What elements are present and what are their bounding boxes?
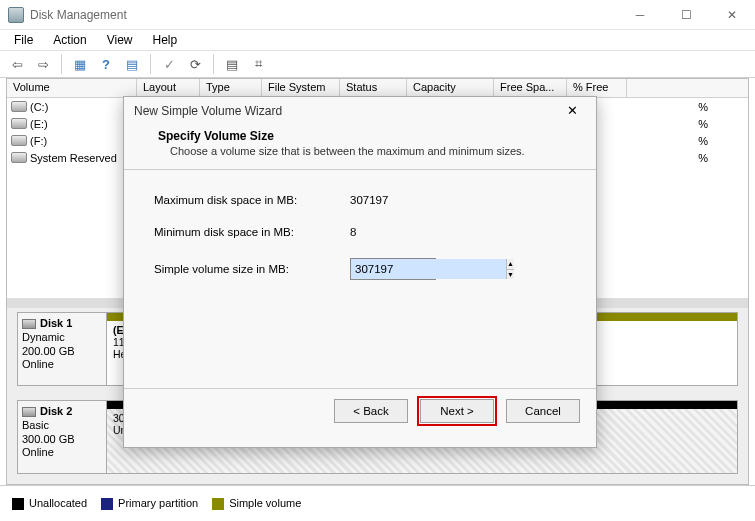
menu-bar: File Action View Help <box>0 30 755 50</box>
wizard-title-bar: New Simple Volume Wizard ✕ <box>124 97 596 125</box>
toolbar-refresh-icon[interactable] <box>184 53 206 75</box>
disk-info: Disk 2 Basic 300.00 GB Online <box>17 400 107 474</box>
toolbar-forward-icon[interactable] <box>32 53 54 75</box>
volume-name: (E:) <box>30 118 48 130</box>
volume-size-label: Simple volume size in MB: <box>154 263 350 275</box>
toolbar-separator <box>61 54 62 74</box>
spinner-up-icon[interactable]: ▲ <box>507 259 514 270</box>
toolbar-separator <box>150 54 151 74</box>
col-layout[interactable]: Layout <box>137 79 200 97</box>
app-icon <box>8 7 24 23</box>
toolbar-grid-icon[interactable] <box>247 53 269 75</box>
col-pctfree[interactable]: % Free <box>567 79 627 97</box>
disk-icon <box>22 407 36 417</box>
wizard-footer: < Back Next > Cancel <box>124 389 596 433</box>
volume-name: (C:) <box>30 101 48 113</box>
spinner-down-icon[interactable]: ▼ <box>507 270 514 280</box>
volume-name: System Reserved <box>30 152 117 164</box>
toolbar-separator <box>213 54 214 74</box>
toolbar <box>0 50 755 78</box>
col-capacity[interactable]: Capacity <box>407 79 494 97</box>
wizard-body: Maximum disk space in MB: 307197 Minimum… <box>124 169 596 389</box>
legend: Unallocated Primary partition Simple vol… <box>0 485 755 521</box>
toolbar-view-icon[interactable] <box>69 53 91 75</box>
min-space-label: Minimum disk space in MB: <box>154 226 350 238</box>
wizard-subheading: Choose a volume size that is between the… <box>158 145 576 157</box>
wizard-heading: Specify Volume Size <box>158 129 274 143</box>
col-status[interactable]: Status <box>340 79 407 97</box>
swatch-simple-icon <box>212 498 224 510</box>
wizard-close-button[interactable]: ✕ <box>558 97 586 125</box>
col-volume[interactable]: Volume <box>7 79 137 97</box>
disk-icon <box>11 152 27 163</box>
disk-icon <box>11 101 27 112</box>
minimize-button[interactable]: ─ <box>617 0 663 30</box>
cancel-button[interactable]: Cancel <box>506 399 580 423</box>
menu-file[interactable]: File <box>4 31 43 49</box>
title-bar: Disk Management ─ ☐ ✕ <box>0 0 755 30</box>
wizard-title: New Simple Volume Wizard <box>134 104 558 118</box>
toolbar-back-icon[interactable] <box>6 53 28 75</box>
next-button[interactable]: Next > <box>420 399 494 423</box>
maximize-button[interactable]: ☐ <box>663 0 709 30</box>
wizard-dialog: New Simple Volume Wizard ✕ Specify Volum… <box>123 96 597 448</box>
menu-help[interactable]: Help <box>143 31 188 49</box>
disk-info: Disk 1 Dynamic 200.00 GB Online <box>17 312 107 386</box>
disk-icon <box>11 118 27 129</box>
swatch-unallocated-icon <box>12 498 24 510</box>
toolbar-help-icon[interactable] <box>95 53 117 75</box>
col-type[interactable]: Type <box>200 79 262 97</box>
volume-size-input[interactable] <box>351 259 506 279</box>
volume-size-spinner: ▲ ▼ <box>350 258 436 280</box>
toolbar-check-icon[interactable] <box>158 53 180 75</box>
toolbar-list-icon[interactable] <box>121 53 143 75</box>
volume-name: (F:) <box>30 135 47 147</box>
disk-icon <box>22 319 36 329</box>
close-button[interactable]: ✕ <box>709 0 755 30</box>
menu-view[interactable]: View <box>97 31 143 49</box>
back-button[interactable]: < Back <box>334 399 408 423</box>
max-space-value: 307197 <box>350 194 460 206</box>
swatch-primary-icon <box>101 498 113 510</box>
max-space-label: Maximum disk space in MB: <box>154 194 350 206</box>
min-space-value: 8 <box>350 226 460 238</box>
col-filesystem[interactable]: File System <box>262 79 340 97</box>
col-freespace[interactable]: Free Spa... <box>494 79 567 97</box>
wizard-header: Specify Volume Size Choose a volume size… <box>124 125 596 169</box>
menu-action[interactable]: Action <box>43 31 96 49</box>
app-title: Disk Management <box>30 8 617 22</box>
toolbar-settings-icon[interactable] <box>221 53 243 75</box>
disk-icon <box>11 135 27 146</box>
